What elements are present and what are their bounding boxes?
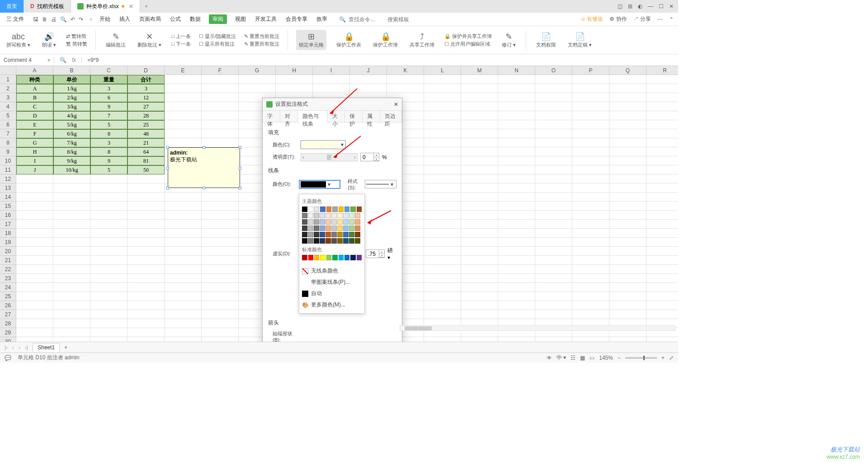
cell[interactable] bbox=[498, 238, 535, 247]
col-D[interactable]: D bbox=[127, 66, 165, 75]
resize-handle-s[interactable] bbox=[203, 187, 205, 189]
revise-button[interactable]: ✎修订 ▾ bbox=[500, 31, 518, 49]
zoom-label[interactable]: 145% bbox=[599, 355, 613, 361]
max-button[interactable]: ☐ bbox=[659, 3, 664, 9]
color-swatch[interactable] bbox=[337, 238, 343, 244]
cell[interactable] bbox=[202, 283, 239, 292]
transparency-input[interactable]: 0▴▾ bbox=[360, 153, 379, 161]
cell[interactable] bbox=[572, 301, 609, 310]
color-swatch[interactable] bbox=[320, 207, 325, 212]
cell[interactable] bbox=[535, 283, 572, 292]
cell[interactable] bbox=[535, 129, 572, 138]
cell[interactable] bbox=[202, 256, 239, 265]
cell[interactable] bbox=[609, 337, 646, 342]
cell[interactable] bbox=[609, 265, 646, 274]
cancel-fx-icon[interactable]: 🔍 bbox=[60, 57, 66, 63]
close-button[interactable]: ✕ bbox=[669, 3, 674, 9]
line-style-picker[interactable]: ▾ bbox=[365, 180, 396, 188]
row-15[interactable]: 15 bbox=[0, 202, 16, 211]
cell[interactable] bbox=[16, 328, 53, 337]
cell[interactable] bbox=[646, 301, 678, 310]
row-23[interactable]: 23 bbox=[0, 274, 16, 283]
cell[interactable] bbox=[53, 229, 90, 238]
cell[interactable] bbox=[461, 229, 498, 238]
cell[interactable] bbox=[424, 138, 461, 147]
row-24[interactable]: 24 bbox=[0, 283, 16, 292]
cell[interactable] bbox=[127, 183, 165, 193]
cell[interactable] bbox=[572, 93, 609, 102]
redo-icon[interactable]: ↷ bbox=[79, 16, 83, 23]
cell[interactable] bbox=[646, 84, 678, 93]
cell[interactable] bbox=[461, 102, 498, 111]
cell[interactable] bbox=[16, 292, 53, 301]
cell[interactable] bbox=[165, 265, 202, 274]
cell[interactable] bbox=[313, 75, 350, 84]
cell[interactable] bbox=[424, 84, 461, 93]
color-swatch[interactable] bbox=[349, 232, 354, 237]
cell[interactable] bbox=[498, 156, 535, 165]
cell[interactable]: 64 bbox=[127, 147, 165, 156]
cell[interactable] bbox=[424, 337, 461, 342]
color-swatch[interactable] bbox=[314, 232, 319, 237]
cell[interactable] bbox=[646, 310, 678, 319]
cell[interactable] bbox=[53, 256, 90, 265]
cell[interactable]: 8/kg bbox=[53, 147, 90, 156]
cell[interactable] bbox=[535, 165, 572, 174]
edit-comment-button[interactable]: ✎编辑批注 bbox=[104, 31, 127, 49]
cell[interactable] bbox=[498, 256, 535, 265]
cell[interactable] bbox=[202, 265, 239, 274]
cell[interactable] bbox=[535, 120, 572, 129]
cell[interactable] bbox=[90, 310, 127, 319]
cell[interactable] bbox=[53, 301, 90, 310]
cell[interactable] bbox=[53, 274, 90, 283]
save-icon[interactable]: 🖫 bbox=[33, 16, 38, 23]
cell[interactable] bbox=[646, 193, 678, 202]
cell[interactable] bbox=[424, 256, 461, 265]
color-swatch[interactable] bbox=[343, 226, 349, 231]
cell[interactable] bbox=[646, 265, 678, 274]
cell[interactable] bbox=[16, 274, 53, 283]
cell[interactable] bbox=[609, 283, 646, 292]
cell[interactable] bbox=[127, 328, 165, 337]
cell[interactable] bbox=[424, 274, 461, 283]
color-swatch[interactable] bbox=[344, 255, 349, 260]
cell[interactable] bbox=[53, 202, 90, 211]
cell[interactable] bbox=[609, 256, 646, 265]
cell[interactable] bbox=[16, 265, 53, 274]
cell[interactable] bbox=[646, 129, 678, 138]
file-menu[interactable]: 三 文件 bbox=[4, 15, 27, 23]
cell[interactable] bbox=[424, 111, 461, 120]
cell[interactable] bbox=[535, 310, 572, 319]
cell[interactable] bbox=[461, 337, 498, 342]
color-swatch[interactable] bbox=[355, 238, 360, 244]
cell[interactable] bbox=[16, 310, 53, 319]
cell[interactable] bbox=[609, 183, 646, 193]
cell[interactable] bbox=[165, 247, 202, 256]
cell[interactable] bbox=[609, 102, 646, 111]
cell[interactable] bbox=[165, 211, 202, 220]
auto-color-option[interactable]: 自动 bbox=[301, 288, 363, 299]
cell[interactable] bbox=[535, 138, 572, 147]
cell[interactable] bbox=[572, 75, 609, 84]
col-L[interactable]: L bbox=[424, 66, 461, 75]
row-28[interactable]: 28 bbox=[0, 319, 16, 328]
cell[interactable] bbox=[609, 229, 646, 238]
cell[interactable] bbox=[424, 265, 461, 274]
cell[interactable] bbox=[535, 211, 572, 220]
cell[interactable] bbox=[609, 174, 646, 183]
cell[interactable]: I bbox=[16, 156, 53, 165]
cell[interactable]: 种类 bbox=[16, 75, 53, 84]
row-20[interactable]: 20 bbox=[0, 247, 16, 256]
cell[interactable] bbox=[461, 256, 498, 265]
cell[interactable] bbox=[53, 183, 90, 193]
dialog-tab[interactable]: 页边距 bbox=[380, 111, 402, 122]
cell[interactable] bbox=[127, 229, 165, 238]
menu-开发工具[interactable]: 开发工具 bbox=[254, 14, 278, 24]
cell[interactable] bbox=[53, 319, 90, 328]
sheet-nav-prev[interactable]: ‹ bbox=[12, 344, 14, 351]
cell[interactable] bbox=[90, 238, 127, 247]
cell[interactable] bbox=[535, 247, 572, 256]
cell[interactable] bbox=[127, 247, 165, 256]
cell[interactable]: A bbox=[16, 84, 53, 93]
reset-all-button[interactable]: ✎ 重置所有批注 bbox=[244, 41, 279, 47]
